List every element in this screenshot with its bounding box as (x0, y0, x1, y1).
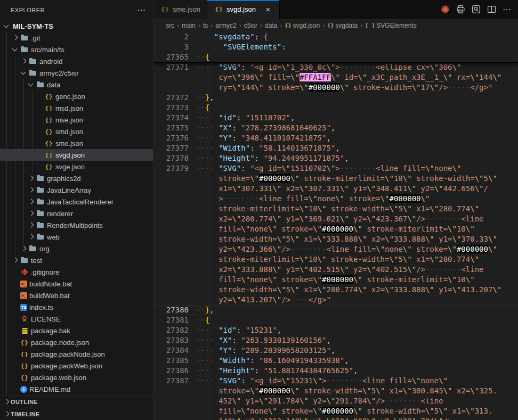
line-number[interactable] (153, 83, 189, 93)
tree-item-sme.json[interactable]: {}sme.json (0, 137, 153, 149)
open-search-editor-icon[interactable] (470, 4, 482, 15)
breadcrumb-item-data[interactable]: data (265, 22, 277, 29)
line-number[interactable]: 27387 (153, 376, 189, 386)
line-number[interactable]: 3 (153, 42, 189, 52)
breadcrumb-item-svgd.json[interactable]: {}svgd.json (285, 22, 320, 29)
line-number[interactable]: 27374 (153, 113, 189, 123)
line-number[interactable]: 27375 (153, 123, 189, 133)
tree-item-package.packnode.json[interactable]: {}package.packNode.json (0, 348, 153, 360)
line-number[interactable] (153, 285, 189, 295)
breadcrumb-item-main[interactable]: main (182, 22, 196, 29)
line-number[interactable]: 27377 (153, 143, 189, 153)
line-number[interactable] (153, 386, 189, 396)
code-line-27380[interactable]: 27380··}, (153, 305, 518, 315)
line-number[interactable] (153, 396, 189, 406)
line-number[interactable] (153, 234, 189, 244)
line-number[interactable] (153, 72, 189, 83)
tree-item-armyc2-c5isr[interactable]: armyc2/c5isr (0, 67, 153, 79)
line-number[interactable] (153, 416, 189, 420)
tree-item-package.bak[interactable]: package.bak (0, 325, 153, 336)
tree-item-mil-sym-ts[interactable]: MIL-SYM-TS (0, 20, 153, 32)
code-line-27384[interactable]: 27384···· "Y": "289.28399658203125", (153, 345, 518, 356)
tree-item-graphics2d[interactable]: graphics2d (0, 172, 153, 184)
code-line-27387[interactable]: 27387···· "SVG": "<g id=\"15231\">······… (153, 376, 518, 386)
more-actions-icon[interactable]: ⋯ (501, 4, 513, 15)
code-line-2[interactable]: 2 "svgdata": { (153, 32, 518, 42)
line-number[interactable]: 27378 (153, 153, 189, 163)
line-number[interactable]: 27371 (153, 62, 189, 72)
line-number[interactable] (153, 275, 189, 285)
code-line-wrap[interactable]: fill=\"none\" stroke=\"#000000\" stroke-… (153, 275, 518, 285)
close-icon[interactable]: × (263, 5, 273, 14)
breadcrumb-item-svgdata[interactable]: {}svgdata (327, 22, 358, 29)
code-line-27374[interactable]: 27374···· "id": "15110702", (153, 113, 518, 123)
code-line-wrap[interactable]: x1=\"307.331\" x2=\"307.331\" y1=\"348.4… (153, 184, 518, 194)
line-number[interactable] (153, 194, 189, 204)
code-line-27381[interactable]: 27381··{ (153, 315, 518, 325)
tree-item-license[interactable]: LICENSE (0, 313, 153, 325)
line-number[interactable]: 27372 (153, 93, 189, 103)
breadcrumb-item-svgelements[interactable]: [ ]SVGElements (365, 22, 416, 29)
line-number[interactable] (153, 174, 189, 184)
outline-section-header[interactable]: OUTLINE (0, 396, 153, 408)
breadcrumb-item-c5isr[interactable]: c5isr (244, 22, 257, 29)
line-number[interactable]: 27382 (153, 325, 189, 335)
breadcrumb-item-armyc2[interactable]: armyc2 (215, 22, 236, 29)
line-number[interactable] (153, 204, 189, 214)
tree-item-javatacticalrenderer[interactable]: JavaTacticalRenderer (0, 196, 153, 208)
code-line-wrap[interactable]: x2=\"333.888\" y1=\"402.515\" y2=\"402.5… (153, 265, 518, 275)
code-line-27371[interactable]: 27371···· "SVG": "<g id=\"1_330_0c\">···… (153, 62, 518, 72)
code-line-wrap[interactable]: cy=\"396\" fill=\"#FFA1FF\" id=\"_x3C_pa… (153, 72, 518, 83)
code-line-wrap[interactable]: stroke-miterlimit=\"10\" stroke-width=\"… (153, 204, 518, 214)
tree-item-package.node.json[interactable]: {}package.node.json (0, 336, 153, 348)
breadcrumb-item-src[interactable]: src (166, 22, 174, 29)
tab-svgd.json[interactable]: {}svgd.json× (207, 0, 280, 19)
tree-item-org[interactable]: org (0, 243, 153, 254)
tree-item-javalinearray[interactable]: JavaLineArray (0, 184, 153, 196)
code-line-27385[interactable]: 27385···· "Width": "86.16049194335938", (153, 356, 518, 366)
line-number[interactable]: 2 (153, 32, 189, 42)
tree-item-svge.json[interactable]: {}svge.json (0, 161, 153, 172)
code-line-wrap[interactable]: stroke=\"#000000\" stroke-miterlimit=\"1… (153, 174, 518, 184)
code-line-wrap[interactable]: fill=\"none\" stroke=\"#000000\" stroke-… (153, 224, 518, 234)
tree-item-index.ts[interactable]: TSindex.ts (0, 301, 153, 313)
line-number[interactable]: 27373 (153, 103, 189, 113)
code-line-wrap[interactable]: y2=\"423.366\"/>········<line fill=\"non… (153, 244, 518, 254)
line-number[interactable]: 27381 (153, 315, 189, 325)
code-line-27375[interactable]: 27375···· "X": "278.27398681640625", (153, 123, 518, 133)
breadcrumb-item-ts[interactable]: ts (203, 22, 208, 29)
tree-item-svgd.json[interactable]: {}svgd.json (0, 149, 153, 161)
line-number[interactable] (153, 295, 189, 305)
line-number[interactable] (153, 184, 189, 194)
line-number[interactable]: 27365 (153, 52, 189, 62)
tree-item-.git[interactable]: .git (0, 32, 153, 44)
code-line-27376[interactable]: 27376···· "Y": "348.4110107421875", (153, 133, 518, 143)
code-line-wrap[interactable]: stroke=\"#000000\" stroke-width=\"5\" x1… (153, 386, 518, 396)
code-line-wrap[interactable]: stroke-miterlimit=\"10\" stroke-width=\"… (153, 254, 518, 265)
line-number[interactable]: 27386 (153, 366, 189, 376)
line-number[interactable] (153, 244, 189, 254)
code-line-wrap[interactable]: 148\" x2=\"313.148\" y1=\"304.088\" y2=\… (153, 416, 518, 420)
code-line-wrap[interactable]: ry=\"144\" stroke=\"#000000\" stroke-wid… (153, 83, 518, 93)
code-line-27372[interactable]: 27372··}, (153, 93, 518, 103)
code-line-27386[interactable]: 27386···· "Height": "51.881744384765625"… (153, 366, 518, 376)
tree-item-test[interactable]: test (0, 254, 153, 266)
line-number[interactable] (153, 214, 189, 224)
explorer-more-actions-icon[interactable]: ⋯ (137, 7, 145, 13)
code-line-wrap[interactable]: fill=\"none\" stroke=\"#000000\" stroke-… (153, 406, 518, 416)
code-line-wrap[interactable]: >········<line fill=\"none\" stroke=\"#0… (153, 194, 518, 204)
code-line-27365[interactable]: 27365··{ (153, 52, 518, 62)
tree-item-.gitignore[interactable]: .gitignore (0, 266, 153, 278)
code-line-27379[interactable]: 27379···· "SVG": "<g id=\"15110702\">···… (153, 163, 518, 174)
code-line-27377[interactable]: 27377···· "Width": "58.114013671875", (153, 143, 518, 153)
code-line-wrap[interactable]: x2=\"280.774\" y1=\"369.021\" y2=\"423.3… (153, 214, 518, 224)
code-line-3[interactable]: 3 "SVGElements": (153, 42, 518, 52)
code-line-wrap[interactable]: y2=\"413.207\"/>····</g>" (153, 295, 518, 305)
tree-item-android[interactable]: android (0, 55, 153, 67)
line-number[interactable] (153, 406, 189, 416)
tree-item-data[interactable]: data (0, 79, 153, 90)
tree-item-genc.json[interactable]: {}genc.json (0, 90, 153, 102)
tree-item-src-main-ts[interactable]: src/main/ts (0, 44, 153, 55)
tree-item-buildweb.bat[interactable]: >_buildWeb.bat (0, 290, 153, 301)
tree-item-mse.json[interactable]: {}mse.json (0, 114, 153, 126)
